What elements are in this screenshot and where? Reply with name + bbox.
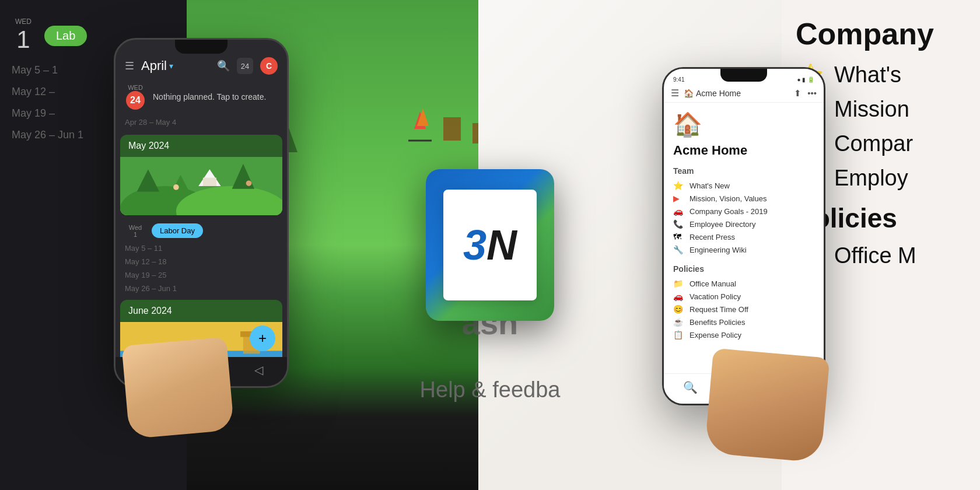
bg-cal-label: Lab: [44, 26, 87, 46]
notion-share-icon[interactable]: ⬆: [794, 88, 802, 99]
notion-policy-emoji-0: 📁: [673, 279, 685, 288]
phone-left-notch: [175, 40, 228, 54]
cal-chevron-icon[interactable]: ▾: [169, 61, 173, 71]
far-right-text-3: Employ: [834, 166, 908, 191]
notion-item-mission[interactable]: ▶ Mission, Vision, Values: [673, 192, 814, 205]
main-container: Wed 1 Lab May 5 – 1 May 12 – May 19 – Ma…: [0, 0, 980, 490]
notion-policy-text-4: Expense Policy: [690, 331, 741, 340]
notion-item-text-0: What's New: [690, 181, 730, 190]
notion-policies-section: Policies: [673, 264, 814, 274]
notion-page-title: Acme Home: [673, 143, 814, 158]
bg-cal-day-num: 1: [16, 26, 30, 54]
notion-content: 🏠 Acme Home Team ⭐ What's New ▶ Mission,…: [664, 103, 824, 368]
user-avatar[interactable]: C: [260, 57, 278, 75]
notion-item-employee-dir[interactable]: 📞 Employee Directory: [673, 218, 814, 230]
cal-nothing-text: Nothing planned. Tap to create.: [153, 92, 266, 102]
notion-nav-actions: ⬆ •••: [794, 88, 817, 99]
logo-letter-n: N: [487, 222, 517, 268]
svg-point-22: [173, 184, 179, 190]
cal-labor-day-badge: Wed 1: [125, 224, 146, 238]
notion-team-section: Team: [673, 166, 814, 176]
notion-nav-title-text: Acme Home: [696, 89, 741, 98]
cal-month-may-image: [120, 157, 282, 215]
notion-item-recent-press[interactable]: 🗺 Recent Press: [673, 230, 814, 243]
notion-item-emoji-1: ▶: [673, 194, 685, 203]
bg-cal-day-name: Wed: [15, 18, 32, 26]
cal-week-label-apr: Apr 28 – May 4: [116, 114, 287, 130]
notion-page-emoji: 🏠: [673, 111, 814, 138]
phone-calendar-container: ☰ April ▾ 🔍 24 C Wed 24 Nothing planned.…: [114, 38, 295, 411]
notion-item-emoji-2: 🚗: [673, 206, 685, 216]
may-scene-svg: [120, 157, 282, 215]
calendar-fab[interactable]: +: [250, 326, 275, 351]
status-icons: ● ▮ 🔋: [797, 76, 814, 83]
nav-back-icon[interactable]: ◁: [254, 363, 263, 377]
notion-policy-text-3: Benefits Policies: [690, 318, 745, 327]
notion-item-emoji-4: 🗺: [673, 232, 685, 242]
far-right-text-1: Mission: [834, 97, 909, 122]
help-feedback-text: Help & feedba: [420, 377, 561, 402]
far-right-policy-text-0: Office M: [834, 243, 916, 268]
labor-day-event[interactable]: Labor Day: [152, 223, 203, 238]
notion-item-request-time-off[interactable]: 😊 Request Time Off: [673, 303, 814, 316]
calendar-grid-icon[interactable]: 24: [237, 58, 253, 74]
cal-month-june-header: June 2024: [120, 300, 282, 322]
notion-nav-bar: ☰ 🏠 Acme Home ⬆ •••: [664, 84, 824, 103]
week-range-may5: May 5 – 11: [116, 242, 287, 255]
notion-policy-text-0: Office Manual: [690, 279, 736, 288]
notion-item-engineering-wiki[interactable]: 🔧 Engineering Wiki: [673, 243, 814, 256]
far-right-text-2: Compar: [834, 131, 913, 156]
cal-month-may-block: May 2024: [120, 135, 282, 215]
notion-team-items: ⭐ What's New ▶ Mission, Vision, Values 🚗…: [673, 179, 814, 256]
cal-header-icons: 🔍 24 C: [217, 57, 278, 75]
notion-policy-emoji-4: 📋: [673, 330, 685, 340]
notion-search-icon[interactable]: 🔍: [683, 380, 698, 394]
svg-rect-21: [203, 178, 216, 186]
cal-labor-day-num: 1: [134, 231, 137, 238]
hand-left-bg: [125, 341, 242, 446]
hand-shape: [121, 337, 234, 439]
hamburger-icon[interactable]: ☰: [125, 60, 134, 72]
cal-labor-day-name: Wed: [129, 224, 142, 231]
cal-month-may-header: May 2024: [120, 135, 282, 157]
far-right-title: Company: [796, 18, 966, 51]
notion-policy-emoji-3: ☕: [673, 317, 685, 327]
notion-policy-text-1: Vacation Policy: [690, 292, 741, 301]
notion-item-company-goals[interactable]: 🚗 Company Goals - 2019: [673, 205, 814, 218]
cal-month-title: April: [141, 58, 167, 74]
notion-item-text-1: Mission, Vision, Values: [690, 194, 766, 203]
notion-policy-emoji-1: 🚗: [673, 292, 685, 301]
notion-policies-items: 📁 Office Manual 🚗 Vacation Policy 😊 Requ…: [673, 277, 814, 341]
notion-item-text-2: Company Goals - 2019: [690, 207, 768, 216]
notion-more-icon[interactable]: •••: [807, 88, 817, 99]
notion-item-benefits[interactable]: ☕ Benefits Policies: [673, 316, 814, 328]
cal-labor-day-row: Wed 1 Labor Day: [116, 220, 287, 242]
center-logo-container: 3N: [426, 169, 554, 321]
notion-hamburger-icon[interactable]: ☰: [671, 88, 679, 99]
far-right-text-0: What's: [834, 62, 901, 88]
cal-today-day-name: Wed: [128, 84, 143, 91]
svg-point-23: [246, 180, 252, 186]
notion-item-vacation-policy[interactable]: 🚗 Vacation Policy: [673, 290, 814, 303]
phone-left-frame: ☰ April ▾ 🔍 24 C Wed 24 Nothing planned.…: [114, 38, 289, 388]
notion-item-expense-policy[interactable]: 📋 Expense Policy: [673, 328, 814, 341]
logo-digit-3: 3: [463, 222, 487, 268]
notion-nav-title: 🏠 Acme Home: [684, 89, 789, 98]
notion-item-emoji-5: 🔧: [673, 245, 685, 254]
notion-item-emoji-3: 📞: [673, 219, 685, 229]
search-icon[interactable]: 🔍: [217, 60, 230, 72]
logo-card: 3N: [426, 169, 554, 321]
cal-today-day-num: 24: [126, 91, 145, 110]
bg-cal-day-col: Wed 1: [12, 18, 35, 54]
notion-policy-text-2: Request Time Off: [690, 305, 748, 314]
notion-item-office-manual[interactable]: 📁 Office Manual: [673, 277, 814, 290]
hand-right-shape: [705, 348, 830, 463]
week-range-may26: May 26 – Jun 1: [116, 282, 287, 295]
hand-right-bg: [709, 353, 837, 470]
notion-nav-emoji: 🏠: [684, 89, 694, 98]
logo-3n-text: 3N: [463, 224, 517, 266]
week-range-may12: May 12 – 18: [116, 255, 287, 268]
notion-item-whats-new[interactable]: ⭐ What's New: [673, 179, 814, 192]
notion-item-text-5: Engineering Wiki: [690, 246, 747, 254]
week-range-may19: May 19 – 25: [116, 268, 287, 282]
